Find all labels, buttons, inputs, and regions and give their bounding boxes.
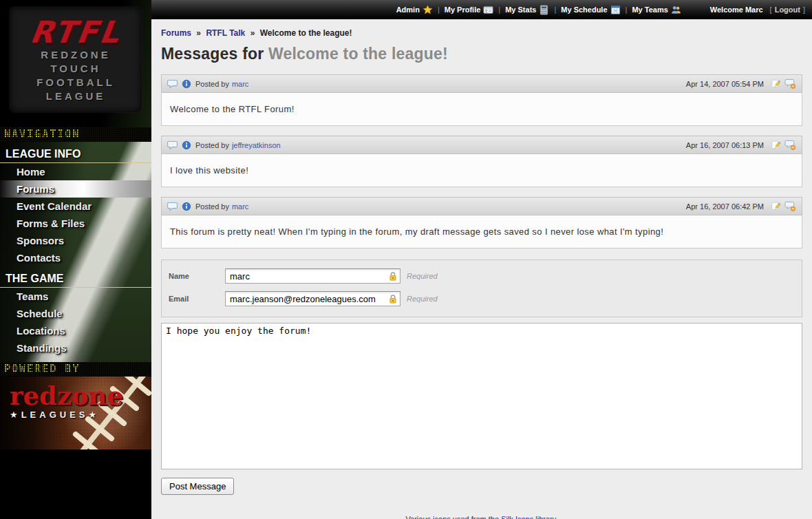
sidebar-item-schedule[interactable]: Schedule [0,305,151,322]
message-header: Posted by jeffreyatkinson Apr 16, 2007 0… [161,136,802,154]
sidebar-item-teams[interactable]: Teams [0,288,151,305]
edit-message-icon[interactable] [771,201,782,211]
delete-message-icon[interactable] [784,78,796,89]
lock-icon [388,271,398,284]
page-title-prefix: Messages for [161,45,268,63]
forum-message: Posted by marc Apr 14, 2007 05:54 PM Wel… [161,74,802,126]
sidebar-item-home[interactable]: Home [0,163,151,180]
sidebar-item-forums[interactable]: Forums [0,180,151,198]
league-logo[interactable]: RTFL REDZONE TOUCH FOOTBALL LEAGUE [10,7,142,112]
sidebar-item-sponsors[interactable]: Sponsors [0,232,151,249]
footer-credits-icons: Various icons used from the Silk Icons l… [161,511,802,519]
top-navigation-bar: Admin | My Profile | My Stats | My Sched… [151,0,812,19]
name-field[interactable] [225,268,400,284]
topbar-item-label: My Stats [505,6,536,14]
posted-by-label: Posted by [195,141,229,149]
post-message-button[interactable]: Post Message [161,478,234,495]
topbar-item-label: My Profile [445,6,481,14]
forum-message: Posted by jeffreyatkinson Apr 16, 2007 0… [161,136,802,187]
breadcrumb-current: Welcome to the league! [260,28,352,38]
author-link[interactable]: marc [232,80,248,88]
author-link[interactable]: jeffreyatkinson [232,141,281,149]
league-logo-line: FOOTBALL [10,76,142,89]
star-icon [423,5,433,15]
sidebar-item-standings[interactable]: Standings [0,339,151,357]
page-title-topic: Welcome to the league! [268,45,448,63]
info-icon [182,79,191,89]
section-header-the-game: THE GAME [0,266,151,288]
page-title: Messages for Welcome to the league! [161,45,802,63]
breadcrumb-link-rtfl-talk[interactable]: RTFL Talk [206,28,245,38]
league-logo-line: LEAGUE [10,89,142,103]
comment-icon [167,140,178,150]
message-date: Apr 14, 2007 05:54 PM [686,80,764,88]
content-area: Forums » RTFL Talk » Welcome to the leag… [151,19,812,519]
message-textarea[interactable]: I hope you enjoy the forum! [161,323,802,469]
delete-message-icon[interactable] [784,201,796,211]
lock-icon [388,294,398,307]
message-date: Apr 16, 2007 06:13 PM [686,141,764,149]
sidebar-item-event-calendar[interactable]: Event Calendar [0,198,151,215]
redzone-leagues-logo[interactable]: redzone ★LEAGUES★ [10,382,123,420]
breadcrumb-separator: » [250,28,255,38]
logout-link[interactable]: Logout [775,6,800,14]
schedule-icon [610,5,621,15]
powered-by-banner: POWERED BY [0,362,151,377]
topbar-separator: | [626,6,628,14]
breadcrumb-link-forums[interactable]: Forums [161,28,191,38]
message-body: Welcome to the RTFL Forum! [161,93,802,126]
sidebar-menu: LEAGUE INFO Home Forums Event Calendar F… [0,142,151,362]
topbar-item-my-schedule[interactable]: My Schedule [561,5,620,15]
powered-by-logo-area: redzone ★LEAGUES★ [0,377,151,449]
author-link[interactable]: marc [232,202,248,211]
message-body: This forum is pretty neat! When I'm typi… [161,215,802,248]
posted-by-label: Posted by [195,80,229,88]
league-logo-line: TOUCH [10,62,142,76]
reply-form-fields: Name Required Email Required [161,260,802,317]
topbar-separator: | [498,6,500,14]
email-label: Email [169,291,225,306]
name-field-row: Name Required [169,268,795,284]
sidebar-item-locations[interactable]: Locations [0,322,151,339]
topbar-item-label: My Teams [632,6,667,14]
sidebar: RTFL REDZONE TOUCH FOOTBALL LEAGUE NAVIG… [0,0,151,519]
league-logo-line: REDZONE [10,48,142,62]
topbar-separator: | [438,6,440,14]
sidebar-item-contacts[interactable]: Contacts [0,249,151,266]
logout-bracket: ] [803,6,805,14]
league-logo-area: RTFL REDZONE TOUCH FOOTBALL LEAGUE [0,0,151,127]
welcome-user-text: Welcome Marc [710,6,763,14]
delete-message-icon[interactable] [784,140,796,150]
redzone-logo-subtext: ★LEAGUES★ [10,410,123,420]
edit-message-icon[interactable] [771,140,782,150]
message-body: I love this website! [161,154,802,187]
email-field[interactable] [225,291,400,306]
topbar-item-my-profile[interactable]: My Profile [445,5,494,15]
topbar-separator: | [554,6,556,14]
calculator-icon [539,5,549,15]
league-logo-acronym: RTFL [8,17,144,48]
vcard-icon [483,5,493,15]
message-header: Posted by marc Apr 16, 2007 06:42 PM [161,197,802,215]
sidebar-item-forms-files[interactable]: Forms & Files [0,215,151,232]
topbar-item-label: My Schedule [561,6,607,14]
silk-icons-link[interactable]: Silk Icons [501,515,533,519]
topbar-item-label: Admin [396,6,420,14]
page-footer: Various icons used from the Silk Icons l… [161,511,802,519]
required-hint: Required [407,291,438,306]
message-date: Apr 16, 2007 06:42 PM [686,202,764,211]
section-header-league-info: LEAGUE INFO [0,142,151,163]
breadcrumb-separator: » [196,28,201,38]
posted-by-label: Posted by [195,202,229,211]
comment-icon [167,79,178,89]
topbar-item-my-teams[interactable]: My Teams [632,5,681,15]
name-label: Name [169,268,225,284]
comment-icon [167,202,178,211]
required-hint: Required [407,268,438,284]
info-icon [182,140,191,150]
logout-bracket: [ [770,6,772,14]
main-area: Admin | My Profile | My Stats | My Sched… [151,0,812,519]
topbar-item-admin[interactable]: Admin [396,5,433,15]
edit-message-icon[interactable] [771,78,782,89]
topbar-item-my-stats[interactable]: My Stats [505,5,549,15]
